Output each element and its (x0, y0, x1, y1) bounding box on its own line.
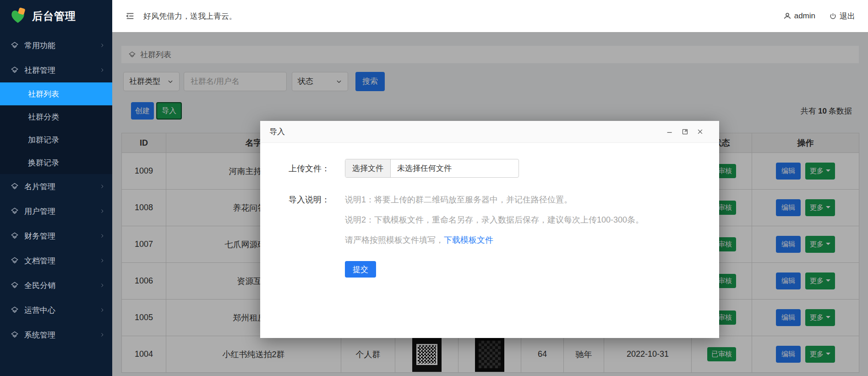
file-name-text: 未选择任何文件 (391, 163, 452, 174)
chevron-right-icon (99, 332, 105, 338)
logo-row: 后台管理 (0, 0, 112, 32)
upload-file-label: 上传文件： (260, 163, 330, 174)
logo-icon (9, 7, 27, 25)
diamond-icon (11, 207, 18, 215)
chevron-right-icon (99, 208, 105, 214)
diamond-icon (11, 232, 18, 240)
chevron-right-icon (99, 184, 105, 189)
collapse-sidebar-icon[interactable] (125, 11, 135, 21)
sidebar-item-cards[interactable]: 名片管理 (0, 174, 112, 199)
import-instructions: 说明1：将要上传的群二维码放至服务器中，并记住路径位置。 说明2：下载模板文件，… (345, 190, 644, 250)
sidebar-subitem-label: 换群记录 (28, 158, 59, 168)
sidebar-subitem-label: 社群分类 (28, 112, 59, 122)
sidebar-item-label: 名片管理 (24, 181, 55, 192)
dialog-header: 导入 (260, 121, 719, 143)
chevron-right-icon (99, 67, 105, 73)
sidebar-item-label: 全民分销 (24, 280, 55, 291)
sidebar-subitem-join-records[interactable]: 加群记录 (0, 128, 112, 151)
sidebar-item-system[interactable]: 系统管理 (0, 322, 112, 347)
logout-label: 退出 (840, 11, 855, 22)
header-motto: 好风凭借力，送我上青云。 (143, 11, 237, 22)
diamond-icon (11, 282, 18, 289)
import-instructions-label: 导入说明： (260, 190, 330, 250)
sidebar-item-distribution[interactable]: 全民分销 (0, 273, 112, 298)
app-title: 后台管理 (32, 9, 76, 23)
diamond-icon (11, 331, 18, 338)
close-icon[interactable] (697, 128, 704, 135)
top-header: 好风凭借力，送我上青云。 admin 退出 (112, 0, 868, 32)
chevron-right-icon (99, 283, 105, 288)
diamond-icon (11, 66, 18, 74)
sidebar-subitem-community-list[interactable]: 社群列表 (0, 82, 112, 105)
dialog-title: 导入 (269, 126, 285, 137)
sidebar-item-common[interactable]: 常用功能 (0, 33, 112, 58)
sidebar-item-label: 系统管理 (24, 330, 55, 340)
download-template-link[interactable]: 下载模板文件 (444, 235, 493, 245)
sidebar-subitem-label: 社群列表 (28, 89, 59, 99)
logout-button[interactable]: 退出 (829, 11, 855, 22)
dialog-controls (666, 128, 710, 136)
instruction-text: 请严格按照模板文件填写， (345, 235, 444, 245)
sidebar-item-finance[interactable]: 财务管理 (0, 223, 112, 248)
sidebar-item-community[interactable]: 社群管理 (0, 58, 112, 82)
topbar-right: admin 退出 (783, 11, 855, 22)
instruction-line: 说明2：下载模板文件，重命名另存，录入数据后保存，建议每次上传100-300条。 (345, 210, 644, 230)
sidebar: 后台管理 常用功能 社群管理 社群列表 社群分类 加群记录 换群记录 名片管理 … (0, 0, 112, 376)
sidebar-item-label: 用户管理 (24, 206, 55, 217)
upload-file-row: 上传文件： 选择文件 未选择任何文件 (260, 159, 719, 178)
choose-file-button[interactable]: 选择文件 (345, 159, 391, 177)
submit-button[interactable]: 提交 (345, 261, 376, 278)
sidebar-item-label: 社群管理 (24, 65, 55, 76)
sidebar-item-label: 常用功能 (24, 40, 55, 51)
sidebar-subitem-swap-records[interactable]: 换群记录 (0, 151, 112, 174)
username: admin (794, 11, 815, 21)
sidebar-item-operations[interactable]: 运营中心 (0, 298, 112, 322)
sidebar-menu: 常用功能 社群管理 社群列表 社群分类 加群记录 换群记录 名片管理 用户管理 … (0, 32, 112, 347)
instruction-line: 说明1：将要上传的群二维码放至服务器中，并记住路径位置。 (345, 190, 644, 210)
import-dialog: 导入 上传文件： 选择文件 未选择任何文件 导入说明： 说明1：将要上传的群二维… (260, 121, 719, 338)
dialog-body: 上传文件： 选择文件 未选择任何文件 导入说明： 说明1：将要上传的群二维码放至… (260, 143, 719, 278)
user-menu[interactable]: admin (783, 11, 815, 21)
sidebar-item-label: 财务管理 (24, 231, 55, 241)
user-icon (783, 12, 792, 20)
sidebar-subitem-community-category[interactable]: 社群分类 (0, 105, 112, 128)
sidebar-item-label: 文档管理 (24, 256, 55, 266)
import-instructions-row: 导入说明： 说明1：将要上传的群二维码放至服务器中，并记住路径位置。 说明2：下… (260, 190, 719, 250)
power-icon (829, 12, 837, 20)
file-input[interactable]: 选择文件 未选择任何文件 (345, 159, 519, 178)
diamond-icon (11, 42, 18, 49)
chevron-right-icon (99, 233, 105, 239)
sidebar-subitem-label: 加群记录 (28, 135, 59, 145)
maximize-button[interactable] (682, 128, 688, 135)
chevron-right-icon (99, 43, 105, 48)
instruction-line: 请严格按照模板文件填写，下载模板文件 (345, 230, 644, 250)
sidebar-item-documents[interactable]: 文档管理 (0, 248, 112, 273)
sidebar-item-users[interactable]: 用户管理 (0, 199, 112, 223)
diamond-icon (11, 183, 18, 190)
chevron-right-icon (99, 258, 105, 263)
diamond-icon (11, 257, 18, 264)
diamond-icon (11, 306, 18, 314)
chevron-right-icon (99, 307, 105, 313)
minimize-button[interactable] (666, 128, 673, 136)
sidebar-item-label: 运营中心 (24, 305, 55, 316)
sidebar-submenu-community: 社群列表 社群分类 加群记录 换群记录 (0, 82, 112, 174)
